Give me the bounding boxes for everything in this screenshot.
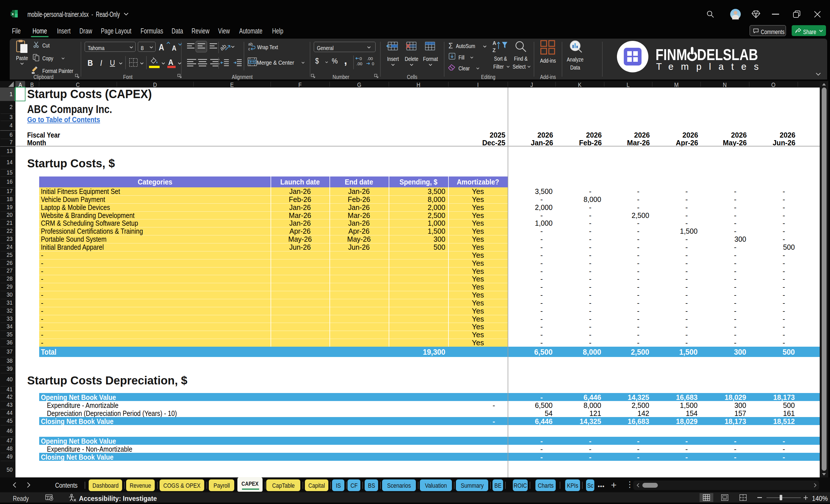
- svg-text:Z: Z: [492, 48, 496, 53]
- svg-text:ab: ab: [248, 42, 253, 46]
- svg-text:x: x: [12, 12, 14, 16]
- svg-text:A: A: [492, 40, 496, 46]
- svg-text:c: c: [248, 46, 250, 51]
